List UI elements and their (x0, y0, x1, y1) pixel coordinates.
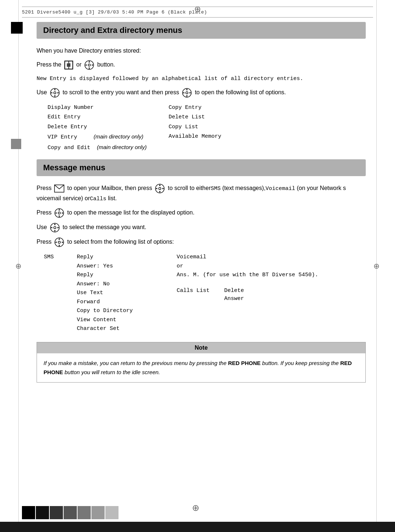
note-bold1: RED (228, 360, 240, 366)
sms-option-answer-yes: Answer: Yes (77, 262, 133, 271)
select-msg-text: to select the message you want. (63, 224, 146, 230)
directory-para3: New Entry is displayed followed by an al… (37, 75, 366, 83)
list-col-2: Copy Entry Delete List Copy List Availab… (169, 104, 221, 152)
svg-point-41 (58, 241, 60, 243)
directory-para2: Press the ⬛ or button. (37, 60, 366, 70)
svg-text:⬛: ⬛ (67, 63, 71, 67)
bottom-color-squares (22, 506, 118, 519)
open-msg-list-text: to open the message list for the display… (67, 209, 195, 216)
press-text-2: Press (37, 185, 52, 191)
calls-list-col: Calls List (177, 287, 210, 303)
directory-para1: When you have Directory entries stored: (37, 46, 366, 56)
svg-point-16 (186, 92, 188, 94)
nav-press-icon (182, 88, 192, 98)
voicemail-text: Voicemail (266, 186, 295, 192)
sms-label: SMS (44, 253, 62, 333)
list-item-7: Delete List (169, 113, 221, 122)
message-section-header: Message menus (37, 159, 366, 176)
directory-icon: ⬛ (64, 60, 74, 70)
nav-icon-5 (54, 237, 64, 247)
sms-option-reply: Reply (77, 253, 133, 262)
nav-icon-3 (54, 208, 64, 218)
voicemail-col: Voicemail or Ans. M. (for use with the B… (177, 253, 318, 280)
mailbox-text: to open your Mailbox, then press (67, 185, 152, 191)
gray-square-marker (11, 139, 21, 149)
textmsg-text: (text messages), (221, 185, 266, 191)
main-content: Directory and Extra directory menus When… (37, 22, 366, 390)
svg-point-35 (54, 227, 56, 229)
sms-option-reply2: Reply (77, 271, 133, 280)
list-item-5: Copy and Edit (main directory only) (48, 143, 147, 152)
svg-point-4 (88, 64, 90, 66)
color-square-6 (91, 506, 105, 519)
svg-point-23 (159, 187, 161, 190)
color-square-7 (105, 506, 118, 519)
top-crosshair-icon: ⊕ (194, 4, 201, 14)
use-text-2: Use (37, 224, 47, 230)
message-para1: Press to open your Mailbox, then press t… (37, 183, 366, 204)
sms-option-view: View Content (77, 316, 133, 324)
svg-point-29 (58, 212, 60, 214)
note-body-pre: If you make a mistake, you can return to… (44, 360, 228, 366)
button-text: button. (97, 61, 115, 68)
sms-option-copy-dir: Copy to Directory (77, 307, 133, 315)
sms-text: SMS (211, 186, 221, 192)
sms-option-answer-no: Answer: No (77, 280, 133, 289)
scroll-either-text: to scroll to either (168, 185, 211, 191)
note-mid2: button. If you keep pressing the (261, 360, 341, 366)
black-square-marker (11, 22, 23, 34)
list-item-3: Delete Entry (48, 123, 147, 132)
message-para4: Press to select from the following list … (37, 237, 366, 247)
scroll-text: to scroll to the entry you want and then… (63, 89, 179, 95)
color-square-5 (78, 506, 91, 519)
calls-col: Calls List Delete Answer (177, 287, 318, 303)
list-col-1: Display Number Edit Entry Delete Entry V… (48, 104, 147, 152)
sms-option-forward: Forward (77, 298, 133, 307)
bottom-crosshair-icon (192, 503, 203, 514)
select-options-text: to select from the following list of opt… (67, 239, 174, 245)
list-text: list. (106, 195, 117, 201)
page-container: ⊕ ⊕ 5201 Diverse5400 u_g [3] 29/8/03 5:4… (0, 0, 395, 532)
list-item-4: VIP Entry (main directory only) (48, 133, 147, 142)
left-crosshair-icon: ⊕ (15, 262, 22, 270)
header-text: 5201 Diverse5400 u_g [3] 29/8/03 5:40 PM… (22, 10, 207, 15)
press-text: Press the (37, 61, 61, 68)
nav-circle-icon (84, 60, 94, 70)
or-label: or (177, 262, 318, 271)
list-item-6: Copy Entry (169, 104, 221, 112)
right-crosshair-icon: ⊕ (373, 262, 380, 270)
sms-option-use-text: Use Text (77, 289, 133, 297)
directory-section-header: Directory and Extra directory menus (37, 22, 366, 39)
delete-col: Delete Answer (224, 287, 244, 303)
calls-text: Calls (90, 196, 106, 202)
note-phone-bold: PHONE (240, 360, 261, 366)
note-box: Note If you make a mistake, you can retu… (37, 342, 366, 383)
ans-m-label: Ans. M. (for use with the BT Diverse 545… (177, 271, 318, 280)
list-item-2: Edit Entry (48, 113, 147, 122)
list-item-1: Display Number (48, 104, 147, 112)
press-text-3: Press (37, 209, 52, 216)
or-text: or (76, 61, 83, 68)
sms-right-col: Voicemail or Ans. M. (for use with the B… (177, 253, 318, 333)
press-text-4: Press (37, 239, 52, 245)
directory-title: Directory and Extra directory menus (43, 26, 359, 35)
delete-label: Delete (224, 287, 244, 295)
list-item-8: Copy List (169, 123, 221, 132)
color-square-1 (22, 506, 35, 519)
color-square-3 (50, 506, 63, 519)
open-text: to open the following list of options. (195, 89, 286, 95)
directory-options-list: Display Number Edit Entry Delete Entry V… (48, 104, 366, 152)
sms-option-charset: Character Set (77, 325, 133, 333)
sms-options-section: SMS Reply Answer: Yes Reply Answer: No U… (44, 253, 366, 333)
nav-scroll-icon-2 (155, 183, 165, 194)
color-square-4 (64, 506, 77, 519)
calls-list-label: Calls List (177, 288, 210, 294)
message-title: Message menus (43, 163, 359, 172)
message-para3: Use to select the message you want. (37, 223, 366, 233)
directory-para4: Use to scroll to the entry you want and … (37, 88, 366, 98)
svg-point-10 (54, 92, 56, 94)
list-item-9: Available Memory (169, 133, 221, 141)
note-end: button you will return to the idle scree… (63, 369, 160, 375)
nav-scroll-icon (50, 88, 60, 98)
bottom-bar (0, 522, 395, 532)
